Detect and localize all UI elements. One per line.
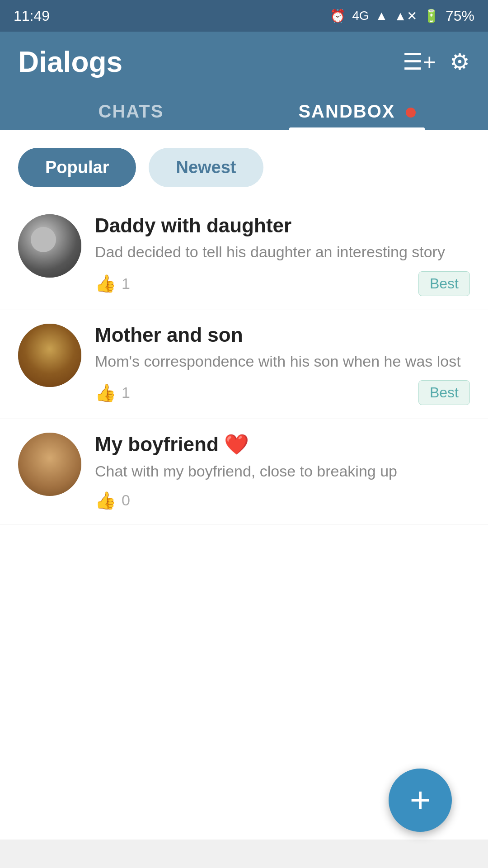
chat-info: Mother and son Mom's correspondence with…: [95, 324, 470, 406]
header-top: Dialogs ☰+ ⚙: [18, 45, 470, 92]
header: Dialogs ☰+ ⚙ CHATS SANDBOX: [0, 32, 488, 130]
settings-button[interactable]: ⚙: [450, 49, 470, 75]
filter-bar: Popular Newest: [0, 130, 488, 196]
chat-list: Daddy with daughter Dad decided to tell …: [0, 196, 488, 529]
network-label: 4G: [352, 9, 369, 23]
avatar: [18, 324, 81, 387]
filter-newest-button[interactable]: Newest: [149, 148, 263, 187]
new-chat-icon: ☰+: [403, 49, 436, 75]
chat-title: Mother and son: [95, 324, 470, 346]
battery-level: 75%: [446, 8, 474, 24]
chat-title: Daddy with daughter: [95, 214, 470, 237]
chat-item[interactable]: Mother and son Mom's correspondence with…: [0, 310, 488, 420]
tab-active-indicator: [289, 127, 425, 130]
signal-x-icon: ▲✕: [394, 9, 417, 24]
chat-subtitle: Chat with my boyfriend, close to breakin…: [95, 461, 470, 482]
thumbs-up-icon: 👍: [95, 491, 116, 510]
avatar: [18, 433, 81, 496]
like-number: 1: [122, 384, 130, 401]
battery-icon: 🔋: [423, 9, 439, 24]
heart-emoji: ❤️: [224, 433, 249, 455]
chat-item[interactable]: Daddy with daughter Dad decided to tell …: [0, 201, 488, 310]
sandbox-notification-dot: [406, 108, 416, 118]
settings-icon: ⚙: [450, 49, 470, 75]
chat-meta: 👍 0: [95, 491, 470, 510]
best-badge: Best: [418, 271, 470, 296]
signal-icon: ▲: [375, 9, 388, 23]
like-count: 👍 1: [95, 383, 130, 403]
avatar-image: [18, 214, 81, 278]
like-count: 👍 1: [95, 274, 130, 293]
new-chat-button[interactable]: ☰+: [403, 49, 436, 75]
status-bar: 11:49 ⏰ 4G ▲ ▲✕ 🔋 75%: [0, 0, 488, 32]
like-number: 0: [122, 491, 130, 509]
main-content: Popular Newest Daddy with daughter Dad d…: [0, 130, 488, 840]
like-number: 1: [122, 275, 130, 292]
filter-popular-button[interactable]: Popular: [18, 148, 136, 187]
thumbs-up-icon: 👍: [95, 383, 116, 403]
tab-bar: CHATS SANDBOX: [18, 92, 470, 130]
chat-title: My boyfriend ❤️: [95, 433, 470, 456]
chat-meta: 👍 1 Best: [95, 380, 470, 405]
chat-meta: 👍 1 Best: [95, 271, 470, 296]
page-title: Dialogs: [18, 45, 122, 79]
like-count: 👍 0: [95, 491, 130, 510]
tab-chats[interactable]: CHATS: [18, 92, 244, 130]
header-actions: ☰+ ⚙: [403, 49, 470, 75]
status-time: 11:49: [14, 8, 50, 24]
chat-info: Daddy with daughter Dad decided to tell …: [95, 214, 470, 296]
chat-subtitle: Dad decided to tell his daughter an inte…: [95, 241, 470, 263]
thumbs-up-icon: 👍: [95, 274, 116, 293]
chat-item[interactable]: My boyfriend ❤️ Chat with my boyfriend, …: [0, 419, 488, 524]
alarm-icon: ⏰: [330, 9, 346, 24]
best-badge: Best: [418, 380, 470, 405]
status-icons: ⏰ 4G ▲ ▲✕ 🔋 75%: [330, 8, 474, 24]
chat-info: My boyfriend ❤️ Chat with my boyfriend, …: [95, 433, 470, 510]
avatar: [18, 214, 81, 278]
avatar-image: [18, 433, 81, 496]
chat-subtitle: Mom's correspondence with his son when h…: [95, 351, 470, 373]
add-chat-fab[interactable]: +: [389, 769, 452, 832]
tab-sandbox[interactable]: SANDBOX: [244, 92, 470, 130]
avatar-image: [18, 324, 81, 387]
